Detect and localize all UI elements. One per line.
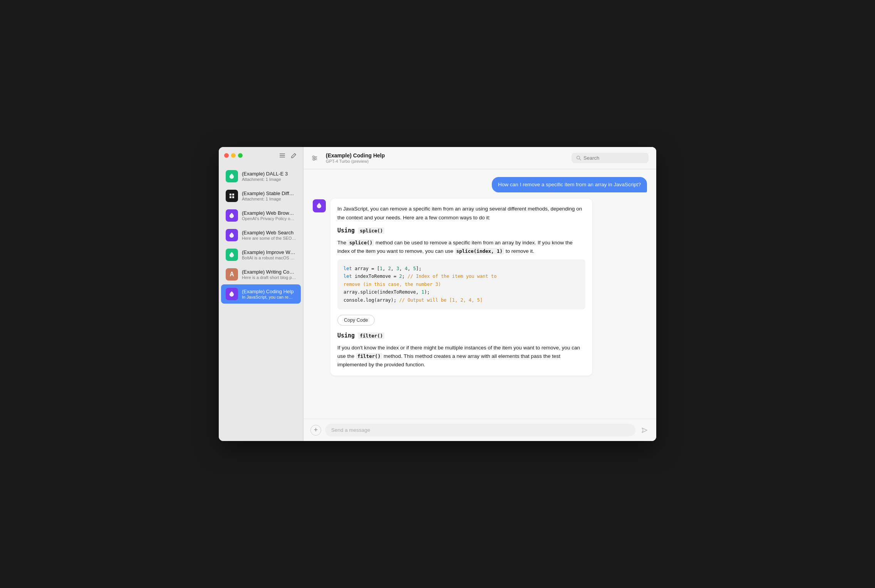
header-subtitle: GPT-4 Turbo (preview) [326, 159, 565, 164]
traffic-light-yellow[interactable] [231, 153, 236, 158]
svg-line-14 [580, 159, 581, 160]
item-title-improve-writing: (Example) Improve Writing [242, 249, 296, 255]
sidebar-icon [279, 152, 285, 159]
assistant-avatar [313, 199, 326, 212]
item-icon-dalle3 [226, 170, 238, 182]
item-title-writing-content: (Example) Writing Content [242, 269, 296, 275]
svg-point-11 [315, 157, 316, 159]
item-icon-improve-writing [226, 249, 238, 261]
svg-rect-5 [230, 196, 231, 198]
item-title-web-search: (Example) Web Search [242, 230, 296, 236]
item-title-coding-help: (Example) Coding Help [242, 289, 296, 294]
new-chat-button[interactable] [290, 152, 298, 159]
item-text-web-search: (Example) Web Search Here are some of th… [242, 230, 296, 241]
traffic-light-green[interactable] [238, 153, 243, 158]
item-icon-stable-diffusion [226, 190, 238, 202]
send-button[interactable] [639, 427, 649, 434]
item-subtitle-writing-content: Here is a draft short blog post on integ… [242, 275, 296, 280]
section2-paragraph: If you don't know the index or if there … [337, 344, 585, 369]
code-line-5: console.log(array); // Output will be [1… [344, 296, 579, 304]
code-block: let array = [1, 2, 3, 4, 5]; let indexTo… [337, 259, 585, 309]
sidebar: (Example) DALL-E 3 Attachment: 1 Image [219, 147, 303, 441]
traffic-light-red[interactable] [224, 153, 229, 158]
message-input[interactable] [325, 424, 635, 436]
traffic-lights [224, 153, 243, 158]
item-title-stable-diffusion: (Example) Stable Diffusion [242, 190, 296, 196]
user-bubble: How can I remove a specific item from an… [492, 177, 647, 192]
svg-rect-4 [232, 194, 234, 195]
sidebar-item-web-search[interactable]: (Example) Web Search Here are some of th… [221, 226, 301, 245]
sidebar-icons-right [278, 152, 298, 159]
assistant-bubble: In JavaScript, you can remove a specific… [330, 199, 592, 375]
app-container: (Example) DALL-E 3 Attachment: 1 Image [219, 147, 656, 441]
item-text-dalle3: (Example) DALL-E 3 Attachment: 1 Image [242, 171, 296, 182]
svg-rect-3 [230, 194, 231, 195]
assistant-message-row: In JavaScript, you can remove a specific… [313, 199, 647, 375]
assistant-intro: In JavaScript, you can remove a specific… [337, 205, 585, 222]
item-subtitle-stable-diffusion: Attachment: 1 Image [242, 197, 296, 201]
chat-area: How can I remove a specific item from an… [303, 169, 656, 419]
splice-inline-code-2: splice(index, 1) [455, 248, 504, 254]
sidebar-top-bar [219, 152, 303, 165]
code-line-2: let indexToRemove = 2; // Index of the i… [344, 272, 579, 280]
item-subtitle-improve-writing: BoltAI is a robust macOS ChatGPT applic.… [242, 256, 296, 260]
sidebar-item-web-browsing[interactable]: (Example) Web Browsing OpenAI's Privacy … [221, 206, 301, 225]
item-icon-writing-content: A [226, 268, 238, 281]
sidebar-items-list: (Example) DALL-E 3 Attachment: 1 Image [219, 165, 303, 441]
section1-heading-code: splice() [358, 227, 384, 234]
svg-rect-2 [280, 157, 285, 158]
sidebar-item-writing-content[interactable]: A (Example) Writing Content Here is a dr… [221, 265, 301, 284]
sidebar-item-stable-diffusion[interactable]: (Example) Stable Diffusion Attachment: 1… [221, 186, 301, 205]
header-title: (Example) Coding Help [326, 152, 565, 159]
add-attachment-button[interactable]: + [310, 425, 321, 436]
svg-point-10 [313, 156, 314, 157]
item-title-web-browsing: (Example) Web Browsing [242, 210, 296, 216]
item-subtitle-web-browsing: OpenAI's Privacy Policy outlines the way… [242, 216, 296, 221]
compose-icon [291, 152, 297, 159]
item-subtitle-dalle3: Attachment: 1 Image [242, 177, 296, 182]
splice-inline-code-1: splice() [348, 239, 374, 246]
item-title-dalle3: (Example) DALL-E 3 [242, 171, 296, 177]
item-icon-web-search [226, 229, 238, 241]
settings-sliders-icon[interactable] [311, 155, 318, 162]
item-icon-web-browsing [226, 209, 238, 222]
code-line-4: array.splice(indexToRemove, 1); [344, 288, 579, 296]
app-window: (Example) DALL-E 3 Attachment: 1 Image [219, 147, 656, 441]
main-header: (Example) Coding Help GPT-4 Turbo (previ… [303, 147, 656, 169]
section1-paragraph: The splice() method can be used to remov… [337, 239, 585, 256]
item-subtitle-coding-help: In JavaScript, you can remove a specific… [242, 295, 296, 299]
search-input[interactable] [583, 155, 644, 161]
item-text-web-browsing: (Example) Web Browsing OpenAI's Privacy … [242, 210, 296, 221]
svg-rect-6 [232, 196, 234, 198]
sidebar-item-improve-writing[interactable]: (Example) Improve Writing BoltAI is a ro… [221, 245, 301, 264]
main-panel: (Example) Coding Help GPT-4 Turbo (previ… [303, 147, 656, 441]
item-text-improve-writing: (Example) Improve Writing BoltAI is a ro… [242, 249, 296, 260]
code-line-1: let array = [1, 2, 3, 4, 5]; [344, 265, 579, 272]
code-line-3: remove (in this case, the number 3) [344, 281, 579, 288]
copy-code-button[interactable]: Copy Code [337, 315, 375, 326]
item-text-stable-diffusion: (Example) Stable Diffusion Attachment: 1… [242, 190, 296, 201]
item-icon-coding-help [226, 288, 238, 300]
section2-heading: Using filter() [337, 331, 585, 341]
send-icon [641, 427, 648, 434]
sidebar-item-coding-help[interactable]: (Example) Coding Help In JavaScript, you… [221, 284, 301, 304]
filter-inline-code: filter() [356, 353, 382, 359]
svg-point-12 [313, 159, 315, 160]
sidebar-item-dalle3[interactable]: (Example) DALL-E 3 Attachment: 1 Image [221, 167, 301, 186]
svg-rect-1 [280, 155, 285, 156]
section1-heading: Using splice() [337, 226, 585, 236]
item-subtitle-web-search: Here are some of the SEO trends for 202.… [242, 236, 296, 241]
item-text-coding-help: (Example) Coding Help In JavaScript, you… [242, 289, 296, 299]
svg-rect-0 [280, 154, 285, 154]
item-text-writing-content: (Example) Writing Content Here is a draf… [242, 269, 296, 280]
section2-heading-code: filter() [358, 332, 384, 339]
search-icon [576, 155, 581, 160]
sidebar-toggle-button[interactable] [278, 152, 286, 159]
input-bar: + [303, 419, 656, 441]
header-title-block: (Example) Coding Help GPT-4 Turbo (previ… [326, 152, 565, 164]
user-message-row: How can I remove a specific item from an… [313, 177, 647, 192]
search-bar[interactable] [572, 153, 649, 163]
